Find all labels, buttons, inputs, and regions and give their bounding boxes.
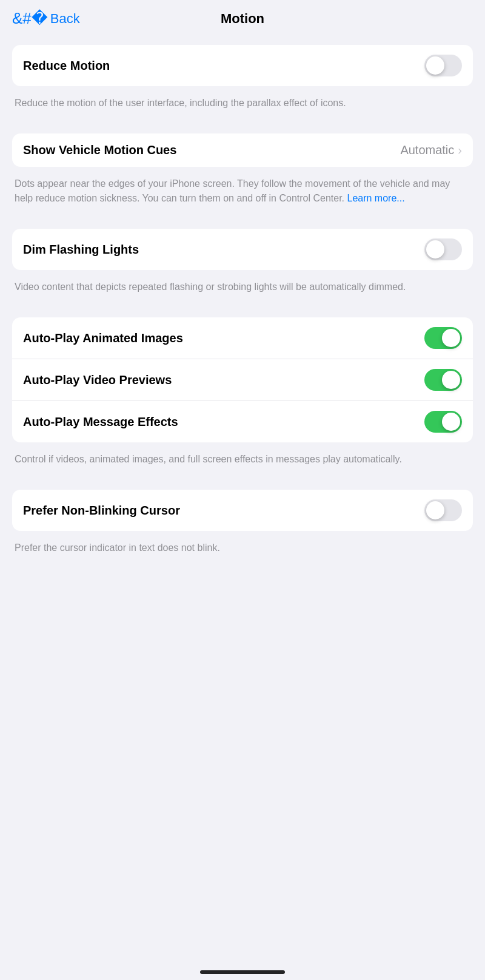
reduce-motion-knob [426, 56, 444, 75]
autoplay-message-knob [442, 413, 460, 431]
vehicle-motion-description: Dots appear near the edges of your iPhon… [12, 172, 473, 214]
autoplay-message-row: Auto-Play Message Effects [12, 401, 473, 442]
vehicle-motion-label: Show Vehicle Motion Cues [23, 143, 176, 157]
vehicle-motion-value: Automatic › [400, 143, 462, 157]
reduce-motion-row: Reduce Motion [12, 45, 473, 86]
vehicle-motion-card: Show Vehicle Motion Cues Automatic › [12, 133, 473, 167]
learn-more-link[interactable]: Learn more... [347, 193, 404, 203]
page-title: Motion [221, 11, 264, 27]
cursor-description: Prefer the cursor indicator in text does… [12, 536, 473, 564]
settings-content: Reduce Motion Reduce the motion of the u… [0, 35, 485, 588]
autoplay-message-toggle[interactable] [424, 411, 462, 433]
vehicle-motion-value-text: Automatic [400, 143, 454, 157]
back-label: Back [50, 11, 80, 27]
home-indicator [200, 970, 285, 974]
autoplay-video-row: Auto-Play Video Previews [12, 359, 473, 401]
cursor-knob [426, 501, 444, 519]
back-button[interactable]: &#� Back [12, 11, 80, 27]
dim-flashing-knob [426, 240, 444, 259]
autoplay-video-knob [442, 371, 460, 389]
dim-flashing-toggle[interactable] [424, 238, 462, 260]
header: &#� Back Motion [0, 0, 485, 35]
vehicle-motion-chevron-icon: › [458, 143, 462, 157]
reduce-motion-label: Reduce Motion [23, 59, 110, 73]
autoplay-video-toggle[interactable] [424, 369, 462, 391]
autoplay-video-label: Auto-Play Video Previews [23, 373, 172, 387]
cursor-card: Prefer Non-Blinking Cursor [12, 490, 473, 531]
cursor-label: Prefer Non-Blinking Cursor [23, 504, 180, 518]
dim-flashing-card: Dim Flashing Lights [12, 229, 473, 270]
reduce-motion-card: Reduce Motion [12, 45, 473, 86]
vehicle-motion-row[interactable]: Show Vehicle Motion Cues Automatic › [12, 133, 473, 167]
autoplay-images-row: Auto-Play Animated Images [12, 317, 473, 359]
dim-flashing-row: Dim Flashing Lights [12, 229, 473, 270]
autoplay-message-label: Auto-Play Message Effects [23, 415, 178, 429]
autoplay-card: Auto-Play Animated Images Auto-Play Vide… [12, 317, 473, 442]
cursor-toggle[interactable] [424, 499, 462, 521]
autoplay-images-label: Auto-Play Animated Images [23, 331, 183, 345]
reduce-motion-toggle[interactable] [424, 55, 462, 76]
dim-flashing-label: Dim Flashing Lights [23, 243, 139, 257]
autoplay-description: Control if videos, animated images, and … [12, 447, 473, 475]
autoplay-images-knob [442, 329, 460, 347]
dim-flashing-description: Video content that depicts repeated flas… [12, 275, 473, 303]
autoplay-images-toggle[interactable] [424, 327, 462, 349]
reduce-motion-description: Reduce the motion of the user interface,… [12, 91, 473, 119]
cursor-row: Prefer Non-Blinking Cursor [12, 490, 473, 531]
back-chevron-icon: &#� [12, 10, 48, 26]
